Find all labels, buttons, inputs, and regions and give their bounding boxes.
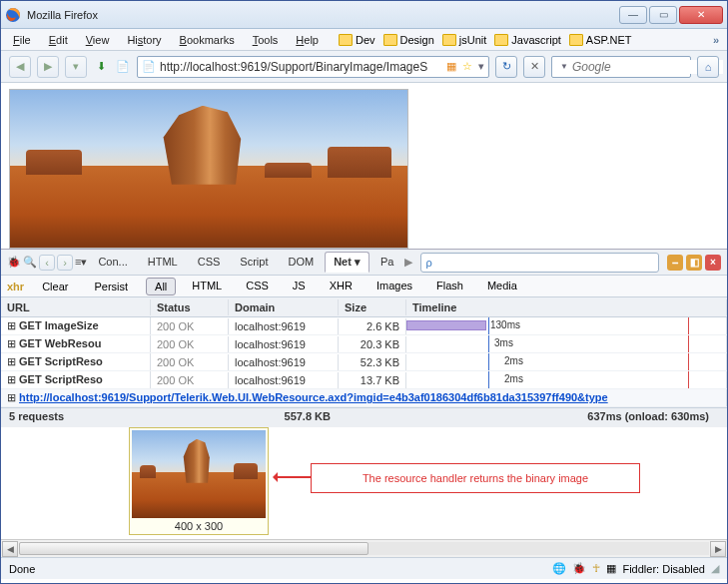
status-text: Done [9, 563, 542, 575]
menu-view[interactable]: View [82, 32, 114, 48]
dt-back[interactable]: ‹ [39, 255, 55, 271]
devtools-min-icon[interactable]: ‒ [667, 255, 683, 271]
menu-tools[interactable]: Tools [249, 32, 283, 48]
scroll-left-icon[interactable]: ◀ [2, 541, 18, 557]
xhr-toggle[interactable]: xhr [7, 281, 24, 292]
folder-icon [442, 34, 456, 46]
resize-grip-icon[interactable]: ◢ [711, 562, 719, 575]
dt-fwd[interactable]: › [57, 255, 73, 271]
inspect-icon[interactable]: 🔍 [23, 256, 37, 269]
max-button[interactable]: ▭ [649, 6, 677, 24]
resource-link[interactable]: http://localhost:9619/Support/Telerik.We… [19, 391, 608, 403]
bookmark-overflow-icon[interactable]: » [713, 34, 719, 46]
close-button[interactable]: ✕ [679, 6, 723, 24]
net-filter[interactable]: Images [368, 278, 420, 295]
net-filter-bar: xhr ClearPersist AllHTMLCSSJSXHRImagesFl… [1, 276, 727, 297]
folder-icon [383, 34, 397, 46]
menu-help[interactable]: Help [292, 32, 323, 48]
bookmark-folder[interactable]: Javascript [494, 34, 561, 46]
net-filter[interactable]: JS [285, 278, 314, 295]
h-scrollbar[interactable]: ◀ ▶ [1, 539, 727, 557]
stop-button[interactable]: ✕ [523, 56, 545, 78]
col-domain[interactable]: Domain [229, 299, 339, 315]
page-content [1, 83, 727, 249]
col-size[interactable]: Size [339, 299, 406, 315]
globe-icon[interactable]: 🌐 [552, 562, 566, 575]
col-timeline[interactable]: Timeline [406, 299, 727, 315]
devtools-tab[interactable]: DOM [279, 252, 323, 273]
page-icon[interactable]: 📄 [115, 59, 131, 75]
rss-icon[interactable]: ▦ [446, 60, 456, 73]
url-input[interactable] [160, 60, 442, 74]
bookmark-folder[interactable]: Design [383, 34, 434, 46]
menu-file[interactable]: File [9, 32, 35, 48]
menu-icon[interactable]: ≡▾ [75, 256, 87, 269]
titlebar: Mozilla Firefox — ▭ ✕ [1, 1, 727, 29]
fwd-button[interactable]: ▶ [37, 56, 59, 78]
star-icon[interactable]: ☆ [460, 60, 474, 74]
net-summary: 5 requests 557.8 KB 637ms (onload: 630ms… [1, 407, 727, 427]
devtools-tab[interactable]: HTML [139, 252, 187, 273]
download-icon[interactable]: ⬇ [93, 59, 109, 75]
net-row[interactable]: ⊞ GET ScriptReso200 OKlocalhost:961913.7… [1, 371, 727, 389]
arrow-icon [274, 476, 312, 478]
back-button[interactable]: ◀ [9, 56, 31, 78]
annotation-box: The resource handler returns the binary … [311, 463, 640, 493]
net-row-link[interactable]: ⊞ http://localhost:9619/Support/Telerik.… [1, 389, 727, 407]
devtools-tab[interactable]: Net ▾ [325, 252, 369, 273]
image-preview: 400 x 300 [129, 427, 269, 535]
net-row[interactable]: ⊞ GET ImageSize200 OKlocalhost:96192.6 K… [1, 317, 727, 335]
net-action[interactable]: Clear [34, 279, 76, 294]
scroll-right-icon[interactable]: ▶ [710, 541, 726, 557]
devtools-close-icon[interactable]: × [705, 255, 721, 271]
net-action[interactable]: Persist [86, 279, 136, 294]
search-dropdown-icon[interactable]: ▼ [560, 62, 568, 71]
bookmark-folder[interactable]: Dev [339, 34, 375, 46]
firebug-icon[interactable]: 🐞 [7, 256, 21, 269]
ankh-icon[interactable]: ☥ [592, 562, 600, 575]
net-row[interactable]: ⊞ GET ScriptReso200 OKlocalhost:961952.3… [1, 353, 727, 371]
home-button[interactable]: ⌂ [697, 56, 719, 78]
summary-requests: 5 requests [1, 408, 151, 427]
devtools-tab[interactable]: Con... [89, 252, 136, 273]
tabs-scroll-icon[interactable]: ▶ [404, 256, 412, 269]
fiddler-status: Fiddler: Disabled [622, 563, 705, 575]
bookmark-folder[interactable]: jsUnit [442, 34, 487, 46]
net-filter[interactable]: HTML [184, 278, 230, 295]
devtools-search-input[interactable] [432, 257, 654, 269]
menubar: File Edit View History Bookmarks Tools H… [1, 29, 727, 51]
min-button[interactable]: — [619, 6, 647, 24]
summary-size: 557.8 KB [151, 408, 339, 427]
page-image [9, 89, 408, 249]
net-row[interactable]: ⊞ GET WebResou200 OKlocalhost:961920.3 K… [1, 335, 727, 353]
devtools: 🐞 🔍 ‹ › ≡▾ Con...HTMLCSSScriptDOMNet ▾Pa… [1, 249, 727, 539]
col-url[interactable]: URL [1, 299, 151, 315]
col-status[interactable]: Status [151, 299, 229, 315]
devtools-tabs: 🐞 🔍 ‹ › ≡▾ Con...HTMLCSSScriptDOMNet ▾Pa… [1, 250, 727, 276]
preview-caption: 400 x 300 [132, 518, 266, 532]
net-filter[interactable]: Flash [428, 278, 471, 295]
fiddler-icon[interactable]: ▦ [606, 562, 616, 575]
devtools-popout-icon[interactable]: ◧ [686, 255, 702, 271]
net-filter[interactable]: Media [479, 278, 525, 295]
menu-edit[interactable]: Edit [45, 32, 72, 48]
search-bar[interactable]: ▼ 🔍 [551, 56, 691, 78]
net-filter[interactable]: CSS [238, 278, 277, 295]
url-bar[interactable]: 📄 ▦ ☆ ▾ [137, 56, 489, 78]
scroll-thumb[interactable] [19, 542, 368, 555]
folder-icon [339, 34, 353, 46]
recent-button[interactable]: ▾ [65, 56, 87, 78]
net-filter[interactable]: XHR [322, 278, 361, 295]
reload-button[interactable]: ↻ [495, 56, 517, 78]
bookmark-folder[interactable]: ASP.NET [569, 34, 632, 46]
bug-icon[interactable]: 🐞 [572, 562, 586, 575]
devtools-tab[interactable]: Script [231, 252, 277, 273]
menu-bookmarks[interactable]: Bookmarks [176, 32, 239, 48]
devtools-search[interactable]: ρ [420, 253, 659, 273]
url-dropdown-icon[interactable]: ▾ [478, 60, 484, 73]
devtools-tab[interactable]: CSS [189, 252, 230, 273]
net-filter[interactable]: All [146, 278, 176, 295]
window-title: Mozilla Firefox [27, 9, 619, 21]
menu-history[interactable]: History [123, 32, 165, 48]
devtools-tab[interactable]: Pa [371, 252, 402, 273]
